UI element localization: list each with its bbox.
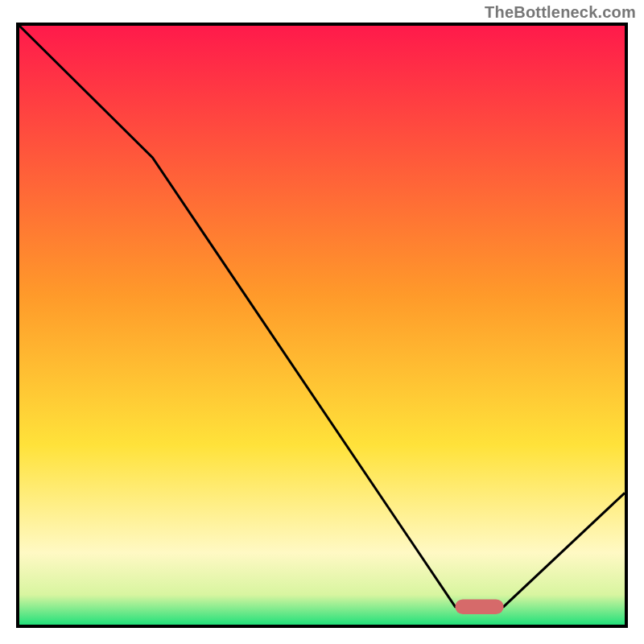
chart-container: TheBottleneck.com — [0, 0, 644, 644]
plot-frame — [16, 23, 628, 628]
watermark: TheBottleneck.com — [485, 3, 636, 22]
marker-layer — [455, 599, 503, 614]
plot-svg — [19, 26, 625, 625]
highlight-bar — [455, 599, 503, 614]
